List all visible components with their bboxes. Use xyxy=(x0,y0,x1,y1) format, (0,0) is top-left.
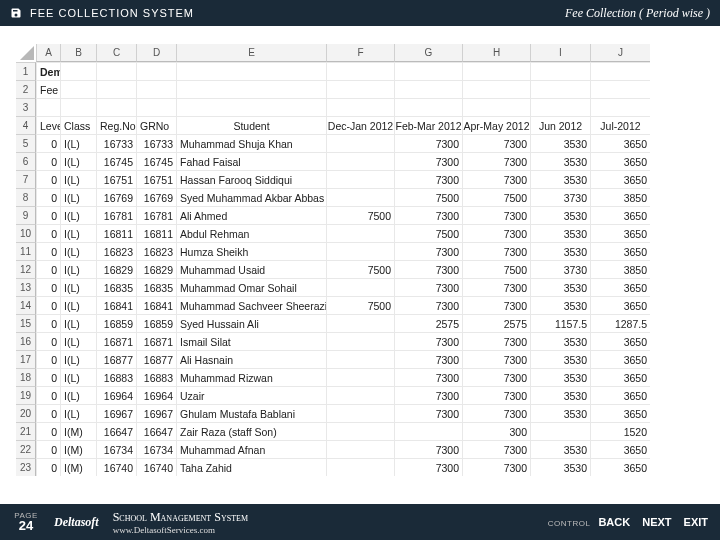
row-header[interactable]: 8 xyxy=(16,188,36,206)
cell-class[interactable]: I(M) xyxy=(60,440,96,458)
cell-student[interactable]: Zair Raza (staff Son) xyxy=(176,422,326,440)
cell-period[interactable] xyxy=(326,458,394,476)
col-header-I[interactable]: I xyxy=(530,44,590,62)
col-header-F[interactable]: F xyxy=(326,44,394,62)
cell-student[interactable]: Humza Sheikh xyxy=(176,242,326,260)
cell-period[interactable]: 3650 xyxy=(590,224,650,242)
row-header[interactable]: 20 xyxy=(16,404,36,422)
cell-period[interactable]: 7300 xyxy=(462,242,530,260)
cell-period[interactable]: 7300 xyxy=(394,296,462,314)
row-header[interactable]: 22 xyxy=(16,440,36,458)
cell-period[interactable] xyxy=(326,422,394,440)
row-header[interactable]: 18 xyxy=(16,368,36,386)
cell-period[interactable] xyxy=(326,224,394,242)
cell-period[interactable] xyxy=(326,170,394,188)
hdr-student[interactable]: Student xyxy=(176,116,326,134)
cell-period[interactable]: 3730 xyxy=(530,188,590,206)
cell-period[interactable]: 3530 xyxy=(530,386,590,404)
hdr-grno[interactable]: GRNo xyxy=(136,116,176,134)
cell-regno[interactable]: 16841 xyxy=(96,296,136,314)
cell-period[interactable]: 3530 xyxy=(530,296,590,314)
cell-level[interactable]: 0 xyxy=(36,458,60,476)
cell-period[interactable]: 7300 xyxy=(394,332,462,350)
cell-grno[interactable]: 16811 xyxy=(136,224,176,242)
cell-student[interactable]: Muhammad Omar Sohail xyxy=(176,278,326,296)
cell-student[interactable]: Muhammad Shuja Khan xyxy=(176,134,326,152)
cell-period[interactable]: 7500 xyxy=(462,188,530,206)
hdr-regno[interactable]: Reg.No xyxy=(96,116,136,134)
cell-regno[interactable]: 16745 xyxy=(96,152,136,170)
cell-grno[interactable]: 16734 xyxy=(136,440,176,458)
cell-period[interactable]: 3850 xyxy=(590,260,650,278)
cell-level[interactable]: 0 xyxy=(36,170,60,188)
cell-regno[interactable]: 16781 xyxy=(96,206,136,224)
row-header[interactable]: 5 xyxy=(16,134,36,152)
cell[interactable] xyxy=(136,98,176,116)
cell-grno[interactable]: 16781 xyxy=(136,206,176,224)
cell-regno[interactable]: 16883 xyxy=(96,368,136,386)
hdr-p2[interactable]: Feb-Mar 2012 xyxy=(394,116,462,134)
cell-level[interactable]: 0 xyxy=(36,404,60,422)
cell-regno[interactable]: 16769 xyxy=(96,188,136,206)
cell-period[interactable]: 3530 xyxy=(530,206,590,224)
cell-level[interactable]: 0 xyxy=(36,224,60,242)
cell-student[interactable]: Muhammad Rizwan xyxy=(176,368,326,386)
cell-period[interactable]: 7300 xyxy=(394,368,462,386)
cell-student[interactable]: Ali Hasnain xyxy=(176,350,326,368)
col-header-J[interactable]: J xyxy=(590,44,650,62)
cell-period[interactable]: 7300 xyxy=(462,224,530,242)
cell-period[interactable]: 7300 xyxy=(394,350,462,368)
row-header[interactable]: 19 xyxy=(16,386,36,404)
cell[interactable] xyxy=(60,62,96,80)
cell[interactable] xyxy=(96,62,136,80)
cell-period[interactable] xyxy=(326,368,394,386)
cell-period[interactable] xyxy=(394,422,462,440)
cell-student[interactable]: Muhammad Sachveer Sheerazi xyxy=(176,296,326,314)
cell-grno[interactable]: 16769 xyxy=(136,188,176,206)
cell-period[interactable]: 7300 xyxy=(462,350,530,368)
cell-period[interactable]: 7300 xyxy=(394,260,462,278)
cell-period[interactable]: 7300 xyxy=(394,206,462,224)
hdr-level[interactable]: Level xyxy=(36,116,60,134)
cell-period[interactable]: 7500 xyxy=(326,260,394,278)
cell[interactable] xyxy=(326,80,394,98)
cell-period[interactable]: 7300 xyxy=(394,152,462,170)
cell-period[interactable] xyxy=(326,188,394,206)
cell-period[interactable]: 1520 xyxy=(590,422,650,440)
cell[interactable] xyxy=(530,80,590,98)
cell-regno[interactable]: 16964 xyxy=(96,386,136,404)
cell-class[interactable]: I(L) xyxy=(60,386,96,404)
cell-regno[interactable]: 16859 xyxy=(96,314,136,332)
cell-regno[interactable]: 16877 xyxy=(96,350,136,368)
cell-class[interactable]: I(L) xyxy=(60,206,96,224)
hdr-p4[interactable]: Jun 2012 xyxy=(530,116,590,134)
cell[interactable] xyxy=(176,98,326,116)
cell-period[interactable]: 2575 xyxy=(462,314,530,332)
cell-period[interactable]: 3650 xyxy=(590,170,650,188)
cell-level[interactable]: 0 xyxy=(36,422,60,440)
cell[interactable] xyxy=(394,62,462,80)
cell-period[interactable]: 7300 xyxy=(394,440,462,458)
cell-student[interactable]: Hassan Farooq Siddiqui xyxy=(176,170,326,188)
cell[interactable] xyxy=(136,80,176,98)
cell[interactable] xyxy=(60,80,96,98)
cell-class[interactable]: I(L) xyxy=(60,134,96,152)
cell-period[interactable]: 7300 xyxy=(462,152,530,170)
select-all-triangle[interactable] xyxy=(16,44,36,62)
cell-period[interactable]: 7300 xyxy=(462,404,530,422)
cell-period[interactable] xyxy=(326,134,394,152)
cell-grno[interactable]: 16871 xyxy=(136,332,176,350)
cell-class[interactable]: I(L) xyxy=(60,188,96,206)
cell-level[interactable]: 0 xyxy=(36,152,60,170)
cell-class[interactable]: I(L) xyxy=(60,260,96,278)
cell-period[interactable]: 3650 xyxy=(590,350,650,368)
cell-class[interactable]: I(L) xyxy=(60,404,96,422)
cell-period[interactable]: 3530 xyxy=(530,350,590,368)
cell-period[interactable]: 3730 xyxy=(530,260,590,278)
cell-period[interactable]: 3650 xyxy=(590,368,650,386)
cell-class[interactable]: I(L) xyxy=(60,170,96,188)
cell-regno[interactable]: 16733 xyxy=(96,134,136,152)
row-header[interactable]: 13 xyxy=(16,278,36,296)
row-header[interactable]: 3 xyxy=(16,98,36,116)
cell-student[interactable]: Syed Muhammad Akbar Abbas Rizvi xyxy=(176,188,326,206)
